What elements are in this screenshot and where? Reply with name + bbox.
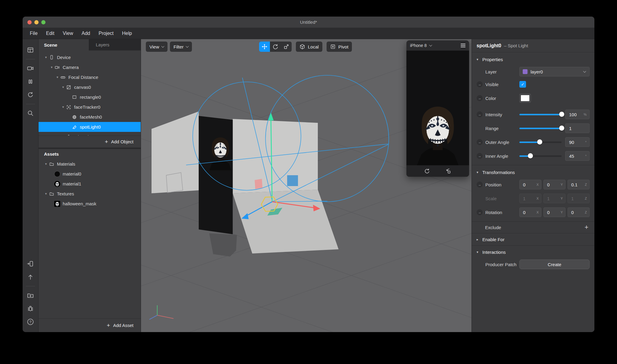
local-mode-button[interactable]: Local xyxy=(296,42,322,52)
slider-knob[interactable] xyxy=(537,139,542,145)
menu-add[interactable]: Add xyxy=(77,28,94,39)
add-asset-button[interactable]: + Add Asset xyxy=(39,318,141,332)
simulator-menu-icon[interactable] xyxy=(461,44,465,47)
zoom-window-button[interactable] xyxy=(41,20,45,24)
scale-tool-button[interactable] xyxy=(281,42,292,52)
tree-item-rectangle0[interactable]: rectangle0 xyxy=(39,92,141,102)
rotate-device-icon[interactable] xyxy=(446,168,452,174)
add-object-button[interactable]: + Add Object xyxy=(39,135,141,148)
slider-knob[interactable] xyxy=(559,126,564,131)
disclosure-triangle[interactable]: ▾ xyxy=(61,85,66,89)
create-producer-patch-button[interactable]: Create xyxy=(519,260,590,269)
video-camera-icon[interactable] xyxy=(26,64,35,73)
tab-scene[interactable]: Scene xyxy=(39,39,89,51)
tree-item-label: faceMesh0 xyxy=(80,114,102,120)
tree-item-device[interactable]: ▾ Device xyxy=(39,52,141,62)
tree-item-focal-distance[interactable]: ▾ Focal Distance xyxy=(39,72,141,82)
asset-material0[interactable]: material0 xyxy=(39,169,141,179)
disclosure-triangle[interactable]: ▾ xyxy=(61,105,66,109)
visible-checkbox[interactable]: ✓ xyxy=(519,81,526,88)
transform-tool-group xyxy=(259,42,292,52)
transformations-section-header[interactable]: ▾ Transformations xyxy=(472,168,594,177)
tree-item-facemesh0[interactable]: faceMesh0 xyxy=(39,112,141,122)
disclosure-triangle[interactable]: ▾ xyxy=(43,55,49,59)
color-row: → Color xyxy=(472,93,594,103)
inner-angle-input[interactable]: 45 ° xyxy=(565,151,590,161)
patch-connector-icon[interactable]: → xyxy=(477,139,483,145)
debug-icon[interactable] xyxy=(26,304,35,313)
patch-connector-icon[interactable]: → xyxy=(477,153,483,159)
patch-connector-icon[interactable]: → xyxy=(477,95,483,101)
producer-patch-row: Producer Patch Create xyxy=(472,260,594,269)
rotation-z-value: 0 xyxy=(571,210,574,215)
close-window-button[interactable] xyxy=(27,20,32,24)
intensity-input[interactable]: 100 % xyxy=(565,110,590,119)
menu-help[interactable]: Help xyxy=(118,28,136,39)
disclosure-triangle[interactable]: ▾ xyxy=(43,192,49,196)
minimize-window-button[interactable] xyxy=(34,20,39,24)
traffic-lights xyxy=(27,20,45,24)
disclosure-triangle[interactable]: ▾ xyxy=(43,162,49,166)
slider-knob[interactable] xyxy=(559,112,564,117)
tree-item-spotlight0[interactable]: spotLight0 xyxy=(39,122,141,132)
enable-for-section-header[interactable]: ▸ Enable For xyxy=(472,233,594,245)
rotation-z-input[interactable]: 0Z xyxy=(568,207,590,217)
position-x-input[interactable]: 0X xyxy=(519,180,541,189)
rotate-tool-button[interactable] xyxy=(270,42,281,52)
filter-dropdown[interactable]: Filter xyxy=(170,42,192,52)
move-tool-button[interactable] xyxy=(259,42,270,52)
patch-connector-icon[interactable]: → xyxy=(477,111,483,117)
menu-view[interactable]: View xyxy=(58,28,77,39)
range-slider[interactable] xyxy=(519,126,562,131)
disclosure-triangle[interactable]: ▾ xyxy=(55,75,60,79)
import-folder-icon[interactable] xyxy=(26,291,35,300)
layout-panels-icon[interactable] xyxy=(26,45,35,54)
tree-item-canvas0[interactable]: ▾ canvas0 xyxy=(39,82,141,92)
sync-icon[interactable] xyxy=(26,90,35,99)
exclude-add-button[interactable]: + xyxy=(584,224,588,231)
patch-connector-icon[interactable]: → xyxy=(477,209,483,215)
color-swatch[interactable] xyxy=(519,94,531,103)
outer-angle-input[interactable]: 90 ° xyxy=(565,137,590,147)
rotation-y-input[interactable]: 0Y xyxy=(543,207,565,217)
menu-edit[interactable]: Edit xyxy=(42,28,59,39)
help-icon[interactable]: ? xyxy=(26,317,35,326)
rotation-x-input[interactable]: 0X xyxy=(519,207,541,217)
position-y-input[interactable]: 0Y xyxy=(543,180,565,189)
scene-panel: Scene Layers ▾ Device ▾ Camera ▾ Focal xyxy=(39,39,141,332)
disclosure-triangle[interactable]: ▾ xyxy=(49,65,54,69)
interactions-section-header[interactable]: ▾ Interactions xyxy=(472,246,594,258)
slider-knob[interactable] xyxy=(528,153,533,158)
properties-section-header[interactable]: ▾ Properties xyxy=(472,55,594,64)
titlebar[interactable]: Untitled* xyxy=(23,17,594,28)
tree-item-camera[interactable]: ▾ Camera xyxy=(39,62,141,72)
position-z-input[interactable]: 0.1Z xyxy=(568,180,590,189)
cube-icon xyxy=(299,44,305,50)
patch-connector-icon[interactable]: → xyxy=(477,81,483,87)
tree-item-facetracker0[interactable]: ▾ faceTracker0 xyxy=(39,102,141,112)
simulator-icon[interactable] xyxy=(26,77,35,86)
asset-folder-materials[interactable]: ▾ Materials xyxy=(39,159,141,169)
inner-angle-slider[interactable] xyxy=(519,153,562,159)
tree-item-microphone[interactable]: Microphone xyxy=(39,132,141,135)
view-dropdown[interactable]: View xyxy=(146,42,168,52)
patch-connector-icon[interactable]: → xyxy=(477,182,483,188)
simulator-device-dropdown[interactable]: iPhone 8 xyxy=(410,43,427,48)
asset-halloween-mask[interactable]: halloween_mask xyxy=(39,199,141,209)
publish-icon[interactable] xyxy=(26,272,35,282)
menu-project[interactable]: Project xyxy=(94,28,118,39)
range-input[interactable]: 1 xyxy=(565,123,590,133)
layer-row: Layer layer0 xyxy=(472,67,594,76)
outer-angle-slider[interactable] xyxy=(519,139,562,145)
layer-dropdown[interactable]: layer0 xyxy=(519,67,590,76)
simulator-preview[interactable] xyxy=(406,51,469,165)
search-icon[interactable] xyxy=(26,109,35,118)
restart-icon[interactable] xyxy=(424,168,430,174)
asset-folder-textures[interactable]: ▾ Textures xyxy=(39,189,141,199)
send-to-device-icon[interactable] xyxy=(26,259,35,268)
intensity-slider[interactable] xyxy=(519,112,562,117)
pivot-mode-button[interactable]: Pivot xyxy=(327,42,352,52)
asset-material1[interactable]: material1 xyxy=(39,179,141,189)
menu-file[interactable]: File xyxy=(26,28,42,39)
tab-layers[interactable]: Layers xyxy=(89,39,141,51)
